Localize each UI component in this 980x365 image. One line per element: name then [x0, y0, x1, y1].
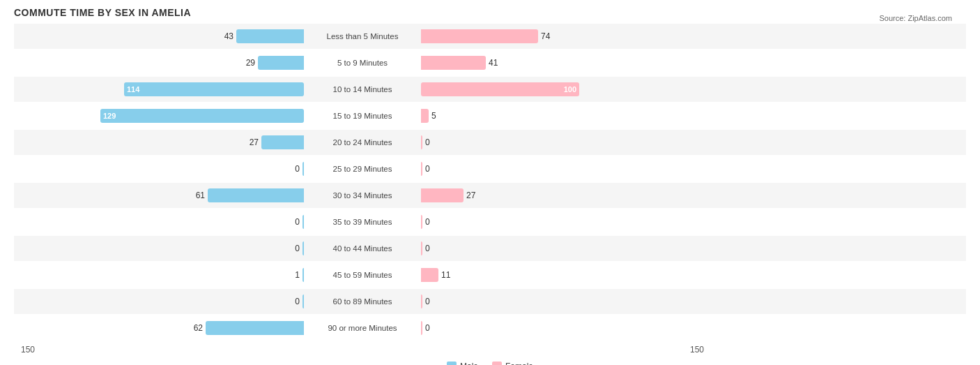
chart-row: 035 to 39 Minutes0: [14, 209, 966, 234]
row-label: 45 to 59 Minutes: [307, 271, 418, 279]
chart-row: 6290 or more Minutes0: [14, 315, 966, 341]
male-value: 129: [100, 112, 118, 120]
female-value: 74: [541, 31, 562, 41]
male-bar: [206, 321, 304, 335]
left-section: 29: [14, 56, 307, 70]
male-value: 43: [213, 31, 233, 41]
male-bar: [258, 56, 304, 70]
male-value: 0: [279, 297, 300, 306]
left-section: 0: [14, 295, 307, 308]
right-section: 0: [418, 321, 711, 335]
chart-container: 43Less than 5 Minutes74295 to 9 Minutes4…: [14, 24, 966, 365]
female-bar: [421, 135, 422, 149]
female-value: 0: [425, 323, 446, 333]
left-section: 0: [14, 215, 307, 229]
male-bar: 114: [124, 82, 304, 96]
right-section: 74: [418, 29, 711, 43]
female-value: 0: [425, 137, 446, 147]
male-value: 0: [279, 244, 300, 253]
row-label: 15 to 19 Minutes: [307, 112, 418, 120]
chart-row: 295 to 9 Minutes41: [14, 50, 966, 75]
chart-title: COMMUTE TIME BY SEX IN AMELIA: [14, 7, 966, 18]
right-section: 0: [418, 241, 711, 255]
row-label: Less than 5 Minutes: [307, 32, 418, 40]
male-color-box: [447, 362, 457, 365]
left-section: 0: [14, 162, 307, 176]
female-value: 100: [561, 85, 579, 94]
row-label: 35 to 39 Minutes: [307, 218, 418, 226]
chart-row: 060 to 89 Minutes0: [14, 289, 966, 314]
female-value: 27: [466, 191, 487, 200]
chart-row: 43Less than 5 Minutes74: [14, 24, 966, 49]
male-bar: [303, 162, 304, 176]
chart-row: 145 to 59 Minutes11: [14, 262, 966, 288]
row-label: 5 to 9 Minutes: [307, 59, 418, 67]
female-bar: [421, 295, 422, 308]
female-value: 11: [441, 270, 462, 280]
female-value: 0: [425, 297, 446, 306]
right-section: 27: [418, 188, 711, 202]
left-section: 1: [14, 268, 307, 282]
axis-left-label: 150: [14, 345, 307, 355]
chart-row: 12915 to 19 Minutes5: [14, 103, 966, 128]
female-value: 5: [431, 111, 452, 121]
male-bar: 129: [100, 109, 304, 123]
male-bar: [261, 135, 304, 149]
male-value: 62: [182, 323, 203, 333]
right-section: 0: [418, 162, 711, 176]
right-section: 0: [418, 135, 711, 149]
chart-row: 040 to 44 Minutes0: [14, 236, 966, 261]
row-label: 60 to 89 Minutes: [307, 297, 418, 306]
female-bar: [421, 56, 486, 70]
male-bar: [208, 188, 304, 202]
male-value: 0: [279, 164, 300, 174]
right-section: 11: [418, 268, 711, 282]
female-bar: 100: [421, 82, 579, 96]
female-bar: [421, 188, 464, 202]
legend-female: Female: [492, 362, 533, 365]
female-bar: [421, 268, 438, 282]
female-value: 0: [425, 217, 446, 227]
left-section: 0: [14, 241, 307, 255]
male-bar: [303, 241, 304, 255]
female-bar: [421, 215, 422, 229]
male-bar: [303, 215, 304, 229]
chart-row: 2720 to 24 Minutes0: [14, 130, 966, 155]
right-section: 0: [418, 295, 711, 308]
chart-row: 025 to 29 Minutes0: [14, 156, 966, 181]
male-value: 0: [279, 217, 300, 227]
chart-row: 11410 to 14 Minutes100: [14, 77, 966, 102]
female-bar: [421, 109, 429, 123]
male-bar: [303, 268, 304, 282]
row-label: 25 to 29 Minutes: [307, 165, 418, 173]
male-value: 29: [234, 58, 255, 68]
left-section: 43: [14, 29, 307, 43]
legend-female-label: Female: [505, 362, 533, 365]
male-value: 61: [184, 191, 205, 200]
male-value: 27: [238, 137, 259, 147]
left-section: 61: [14, 188, 307, 202]
row-label: 40 to 44 Minutes: [307, 244, 418, 253]
legend-male: Male: [447, 362, 478, 365]
female-color-box: [492, 362, 502, 365]
row-label: 30 to 34 Minutes: [307, 191, 418, 200]
female-value: 0: [425, 244, 446, 253]
male-bar: [303, 295, 304, 308]
right-section: 5: [418, 109, 711, 123]
row-label: 10 to 14 Minutes: [307, 85, 418, 94]
male-value: 1: [279, 270, 300, 280]
right-section: 100: [418, 82, 711, 96]
legend-male-label: Male: [460, 362, 478, 365]
right-section: 0: [418, 215, 711, 229]
left-section: 129: [14, 109, 307, 123]
axis-right-label: 150: [418, 345, 711, 355]
female-bar: [421, 321, 422, 335]
male-bar: [236, 29, 304, 43]
axis-row: 150 150: [14, 342, 966, 357]
row-label: 20 to 24 Minutes: [307, 138, 418, 147]
female-bar: [421, 29, 538, 43]
female-value: 0: [425, 164, 446, 174]
female-value: 41: [489, 58, 510, 68]
left-section: 62: [14, 321, 307, 335]
female-bar: [421, 241, 422, 255]
